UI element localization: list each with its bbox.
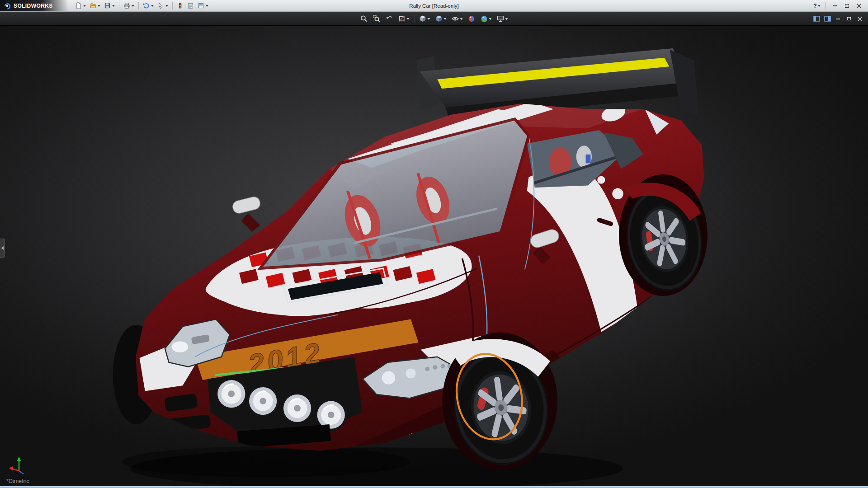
titlebar: SOLIDWORKS — [0, 0, 868, 12]
left-mirror — [231, 196, 261, 232]
dropdown-arrow-icon[interactable] — [132, 5, 134, 7]
toolbar-separator — [172, 2, 173, 9]
new-document-icon — [75, 2, 82, 9]
close-icon — [858, 17, 862, 21]
edit-appearance-sphere-icon — [468, 15, 476, 23]
open-folder-icon — [90, 2, 96, 9]
dropdown-arrow-icon[interactable] — [428, 18, 430, 20]
rebuild-traffic-light-icon — [177, 2, 184, 9]
print-button[interactable] — [122, 1, 136, 11]
collapse-arrow-icon — [1, 246, 4, 250]
dropdown-arrow-icon[interactable] — [112, 5, 115, 7]
apply-scene-button[interactable] — [479, 14, 493, 24]
section-view-button[interactable] — [397, 14, 411, 24]
open-button[interactable] — [88, 1, 102, 11]
toolbar-separator — [138, 2, 139, 9]
graphics-area[interactable]: 2012 — [0, 26, 868, 486]
window-title: Rally Car [Read-only] — [409, 0, 458, 12]
hide-show-items-button[interactable] — [450, 14, 464, 24]
file-properties-icon — [187, 2, 194, 9]
status-strip — [0, 486, 868, 488]
select-button[interactable] — [156, 1, 170, 11]
dropdown-arrow-icon[interactable] — [444, 18, 447, 20]
hide-show-eye-icon — [452, 15, 459, 23]
pane-left-button[interactable] — [812, 15, 821, 23]
view-orientation-button[interactable] — [418, 14, 432, 24]
zoom-to-fit-icon — [360, 15, 368, 23]
rebuild-button[interactable] — [175, 1, 185, 11]
restore-button[interactable] — [841, 1, 852, 10]
document-toolbar — [0, 12, 868, 26]
toolbar-separator — [414, 15, 415, 23]
pane-right-icon — [824, 16, 831, 22]
display-style-icon — [435, 15, 443, 23]
help-glyph: ? — [813, 3, 816, 9]
save-button[interactable] — [103, 1, 116, 11]
doc-close-button[interactable] — [855, 15, 864, 23]
restore-icon — [845, 4, 849, 8]
zoom-to-fit-button[interactable] — [359, 14, 369, 24]
zoom-to-area-button[interactable] — [372, 14, 382, 24]
toolbar-separator — [119, 2, 119, 9]
dropdown-arrow-icon[interactable] — [489, 18, 492, 20]
pane-right-button[interactable] — [823, 15, 832, 23]
solidworks-logo-icon — [4, 2, 11, 9]
view-orientation-cube-icon — [419, 15, 427, 23]
undo-button[interactable] — [142, 1, 155, 11]
ground-shadow — [122, 446, 623, 486]
close-icon — [857, 4, 861, 8]
print-icon — [123, 2, 130, 9]
restore-icon — [847, 17, 851, 20]
dropdown-arrow-icon[interactable] — [460, 18, 463, 20]
minimize-button[interactable] — [829, 1, 840, 10]
dropdown-arrow-icon[interactable] — [407, 18, 410, 20]
options-button[interactable] — [196, 1, 210, 11]
standard-toolbar — [68, 1, 210, 11]
dropdown-arrow-icon[interactable] — [165, 5, 168, 7]
close-button[interactable] — [854, 1, 864, 10]
view-orientation-label: *Dimetric — [6, 478, 29, 484]
undo-icon — [143, 2, 150, 9]
zoom-to-area-icon — [373, 15, 381, 23]
app-brand: SOLIDWORKS — [0, 0, 68, 11]
new-document-button[interactable] — [74, 1, 87, 11]
previous-view-button[interactable] — [384, 14, 395, 24]
previous-view-icon — [386, 15, 393, 23]
minimize-icon — [833, 5, 837, 6]
apply-scene-icon — [481, 15, 488, 23]
headsup-view-toolbar — [359, 14, 509, 24]
dropdown-arrow-icon[interactable] — [151, 5, 154, 7]
dropdown-arrow-icon[interactable] — [206, 5, 208, 7]
document-window-controls — [812, 15, 868, 23]
dropdown-arrow-icon[interactable] — [818, 5, 821, 7]
save-icon — [104, 2, 111, 9]
dropdown-arrow-icon[interactable] — [83, 5, 86, 7]
section-view-icon — [398, 15, 406, 23]
pane-left-icon — [813, 16, 820, 22]
toolbar-separator — [826, 2, 826, 9]
help-button[interactable]: ? — [811, 1, 822, 10]
dropdown-arrow-icon[interactable] — [98, 5, 100, 7]
view-settings-monitor-icon — [497, 15, 505, 23]
file-properties-button[interactable] — [186, 1, 195, 11]
orientation-triad — [9, 455, 29, 475]
display-style-button[interactable] — [434, 14, 448, 24]
options-gear-icon — [198, 2, 204, 9]
view-settings-button[interactable] — [495, 14, 509, 24]
rally-car-model: 2012 — [0, 26, 868, 486]
minimize-icon — [836, 19, 840, 19]
brand-text: SOLIDWORKS — [14, 3, 53, 9]
doc-minimize-button[interactable] — [834, 15, 843, 23]
edit-appearance-button[interactable] — [467, 14, 477, 24]
dropdown-arrow-icon[interactable] — [505, 18, 508, 20]
window-controls: ? — [811, 1, 868, 10]
select-cursor-icon — [157, 2, 164, 9]
panel-collapse-tab[interactable] — [0, 239, 5, 258]
doc-restore-button[interactable] — [844, 15, 854, 23]
